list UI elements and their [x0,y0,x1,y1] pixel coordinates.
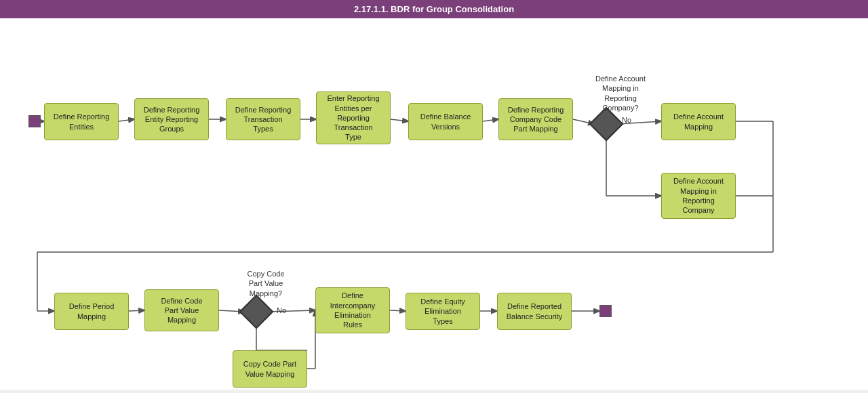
box-define-intercompany-elimination-rules[interactable]: DefineIntercompanyEliminationRules [315,287,390,333]
title-bar: 2.17.1.1. BDR for Group Consolidation [0,0,868,18]
svg-line-4 [391,119,408,121]
diamond-question-label: Define AccountMapping inReportingCompany… [580,74,661,112]
box-copy-code-part-value-mapping[interactable]: Copy Code PartValue Mapping [233,350,307,388]
canvas: Define ReportingEntities Define Reportin… [0,18,868,390]
box-define-period-mapping[interactable]: Define PeriodMapping [54,293,129,330]
box-define-reporting-entities[interactable]: Define ReportingEntities [44,103,119,140]
diamond-copy-code-part [239,295,274,329]
arrows-layer [0,18,868,390]
box-define-reported-balance-security[interactable]: Define ReportedBalance Security [497,293,572,330]
svg-line-5 [483,119,498,121]
svg-line-22 [390,310,406,311]
box-define-code-part-value-mapping[interactable]: Define CodePart ValueMapping [144,289,219,331]
box-define-equity-elimination-types[interactable]: Define EquityEliminationTypes [406,293,480,330]
title-text: 2.17.1.1. BDR for Group Consolidation [354,4,514,14]
box-define-reporting-company-code-part-mapping[interactable]: Define ReportingCompany CodePart Mapping [498,98,573,140]
box-define-account-mapping[interactable]: Define AccountMapping [661,103,736,140]
diamond-no-label-row2: No [277,306,286,314]
box-enter-reporting-entities[interactable]: Enter ReportingEntities perReportingTran… [316,91,391,144]
start-marker-row1 [28,115,41,127]
box-define-account-mapping-reporting-company[interactable]: Define AccountMapping inReportingCompany [661,173,736,219]
end-marker-row2 [599,305,612,317]
diamond-no-label-row1: No [622,116,631,124]
svg-line-18 [269,310,315,312]
box-define-reporting-transaction-types[interactable]: Define ReportingTransactionTypes [226,98,300,140]
svg-line-1 [119,119,134,121]
diamond-question-label-row2: Copy CodePart ValueMapping? [232,269,300,298]
box-define-balance-versions[interactable]: Define BalanceVersions [408,103,483,140]
box-define-reporting-entity-groups[interactable]: Define ReportingEntity ReportingGroups [134,98,209,140]
svg-line-16 [129,310,144,311]
